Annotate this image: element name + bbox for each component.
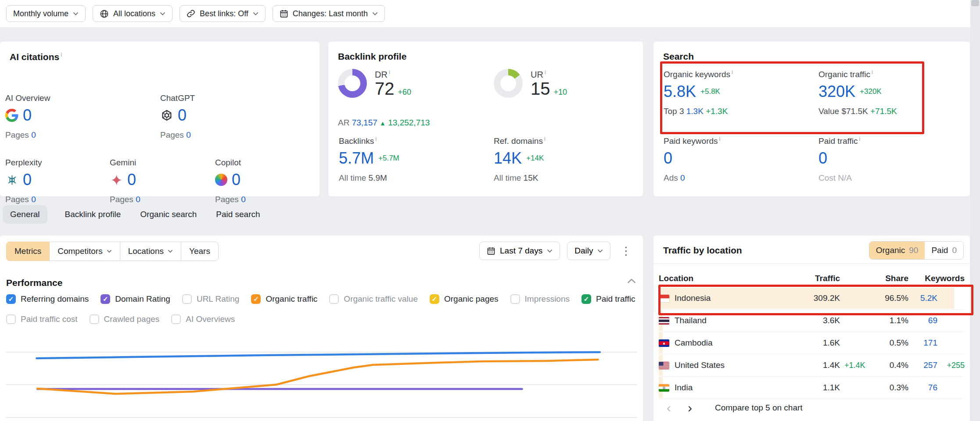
more-options-kebab-icon[interactable]: ⋮: [617, 242, 634, 260]
ur-donut-chart: [494, 69, 523, 98]
country-name: Indonesia: [675, 293, 711, 303]
info-icon[interactable]: i: [61, 51, 62, 58]
ads-value[interactable]: 0: [680, 173, 685, 182]
segment-locations[interactable]: Locations: [120, 242, 181, 261]
info-icon[interactable]: i: [732, 69, 733, 75]
column-share[interactable]: Share: [871, 274, 908, 283]
share-value: 0.4%: [871, 360, 908, 370]
site-overview-dashboard: Monthly volume All locations Best links:…: [0, 0, 980, 421]
date-range-button[interactable]: Last 7 days: [479, 242, 560, 260]
previous-page-arrow[interactable]: ‹: [667, 401, 671, 414]
paid-keywords-value[interactable]: 0: [664, 150, 672, 166]
vertical-scrollbar[interactable]: [970, 0, 980, 421]
checkbox-organic-traffic[interactable]: ✓Organic traffic: [251, 294, 317, 304]
toggle-organic[interactable]: Organic90: [869, 242, 925, 259]
filter-label: Monthly volume: [13, 9, 68, 18]
info-icon[interactable]: i: [389, 69, 390, 75]
tab-general[interactable]: General: [3, 205, 47, 224]
column-traffic[interactable]: Traffic: [783, 274, 840, 283]
table-row-cambodia[interactable]: Cambodia 1.6K 0.5% 171: [659, 332, 965, 354]
search-card: Search Organic keywordsi 5.8K+5.8K Top 3…: [653, 42, 970, 196]
top3-label: Top 3: [664, 107, 684, 116]
ai-overview-value[interactable]: 0: [23, 107, 32, 123]
filter-label: Best links: Off: [200, 9, 248, 18]
dr-change: +60: [398, 88, 412, 96]
toggle-paid[interactable]: Paid0: [925, 242, 963, 259]
changes-filter[interactable]: Changes: Last month: [273, 5, 385, 22]
info-icon[interactable]: i: [859, 136, 860, 142]
checkbox-paid-traffic[interactable]: ✓Paid traffic: [582, 294, 635, 304]
organic-traffic-value[interactable]: 320K: [818, 84, 855, 100]
ar-value[interactable]: 73,157: [352, 118, 377, 127]
perplexity-icon: [5, 173, 18, 186]
keywords-link[interactable]: 69: [908, 316, 937, 325]
keywords-link[interactable]: 257: [908, 360, 937, 370]
checkbox-ai-overviews[interactable]: AI Overviews: [171, 314, 235, 324]
filter-toolbar: Monthly volume All locations Best links:…: [0, 0, 970, 27]
collapse-section-button[interactable]: [627, 278, 636, 285]
ai-citations-card: AI citationsi AI Overview 0 Pages 0 Chat…: [0, 42, 319, 196]
chatgpt-value[interactable]: 0: [178, 107, 187, 123]
pages-value[interactable]: 0: [136, 195, 140, 204]
checkbox-referring-domains[interactable]: ✓Referring domains: [6, 294, 89, 304]
backlinks-value[interactable]: 5.7M: [339, 150, 374, 166]
locations-filter[interactable]: All locations: [93, 5, 172, 22]
share-value: 1.1%: [871, 316, 908, 325]
info-icon[interactable]: i: [872, 69, 873, 75]
copilot-value[interactable]: 0: [232, 172, 241, 188]
next-page-arrow[interactable]: ›: [688, 401, 692, 414]
best-links-filter[interactable]: Best links: Off: [179, 5, 266, 22]
column-location[interactable]: Location: [659, 274, 783, 283]
checkbox-organic-pages[interactable]: ✓Organic pages: [430, 294, 499, 304]
checkbox-impressions[interactable]: Impressions: [510, 294, 570, 304]
segment-years[interactable]: Years: [181, 242, 219, 261]
checkbox-url-rating[interactable]: URL Rating: [182, 294, 240, 304]
checkbox-organic-traffic-value[interactable]: Organic traffic value: [329, 294, 418, 304]
checkbox-crawled-pages[interactable]: Crawled pages: [90, 314, 160, 324]
segment-metrics[interactable]: Metrics: [6, 242, 50, 261]
column-keywords[interactable]: Keywords: [908, 274, 965, 283]
pages-value[interactable]: 0: [241, 195, 246, 204]
performance-line-chart[interactable]: [0, 338, 643, 421]
table-row-thailand[interactable]: Thailand 3.6K 1.1% 69: [659, 310, 965, 332]
segment-competitors[interactable]: Competitors: [49, 242, 120, 261]
keywords-link[interactable]: 5.2K: [908, 293, 937, 303]
perplexity-value[interactable]: 0: [23, 172, 32, 188]
share-value: 0.5%: [871, 338, 908, 348]
monthly-volume-filter[interactable]: Monthly volume: [6, 5, 86, 22]
top3-value[interactable]: 1.3K: [686, 107, 704, 116]
pages-value[interactable]: 0: [31, 195, 36, 204]
checkbox-domain-rating[interactable]: ✓Domain Rating: [101, 294, 170, 304]
table-footer: ‹ › Compare top 5 on chart: [667, 401, 803, 414]
gemini-value[interactable]: 0: [127, 172, 136, 188]
pages-value[interactable]: 0: [31, 130, 36, 139]
paid-traffic-value[interactable]: 0: [818, 150, 827, 166]
top3-change: +1.3K: [706, 107, 728, 116]
tab-paid-search[interactable]: Paid search: [214, 205, 262, 224]
checkbox-label: URL Rating: [197, 294, 240, 304]
table-row-united-states[interactable]: United States 1.4K +1.4K 0.4% 257 +255: [659, 354, 965, 377]
info-icon[interactable]: i: [375, 136, 377, 142]
keywords-change: +255: [937, 361, 965, 370]
ref-domains-value[interactable]: 14K: [494, 150, 522, 166]
tab-organic-search[interactable]: Organic search: [138, 205, 198, 224]
keywords-link[interactable]: 171: [908, 338, 937, 348]
table-row-indonesia[interactable]: Indonesia 309.2K 96.5% 5.2K: [659, 287, 965, 310]
checkbox-label: AI Overviews: [186, 314, 235, 324]
granularity-button[interactable]: Daily: [567, 242, 610, 260]
table-row-india[interactable]: India 1.1K 0.3% 76: [659, 377, 965, 399]
info-icon[interactable]: i: [544, 136, 546, 142]
pages-label: Pages: [5, 195, 29, 204]
gemini-metric: Gemini 0 Pages 0: [110, 158, 140, 204]
checkbox-box: ✓: [6, 294, 16, 304]
info-icon[interactable]: i: [719, 136, 721, 142]
tab-backlink-profile[interactable]: Backlink profile: [63, 205, 123, 224]
organic-keywords-value[interactable]: 5.8K: [664, 84, 696, 100]
url-rating-block: URi 15+10: [494, 69, 567, 98]
scrollbar-thumb[interactable]: [971, 0, 979, 6]
checkbox-paid-traffic-cost[interactable]: Paid traffic cost: [6, 314, 78, 324]
keywords-link[interactable]: 76: [908, 383, 937, 392]
pages-value[interactable]: 0: [186, 130, 191, 139]
info-icon[interactable]: i: [545, 69, 546, 75]
ur-value: 15: [531, 79, 550, 98]
